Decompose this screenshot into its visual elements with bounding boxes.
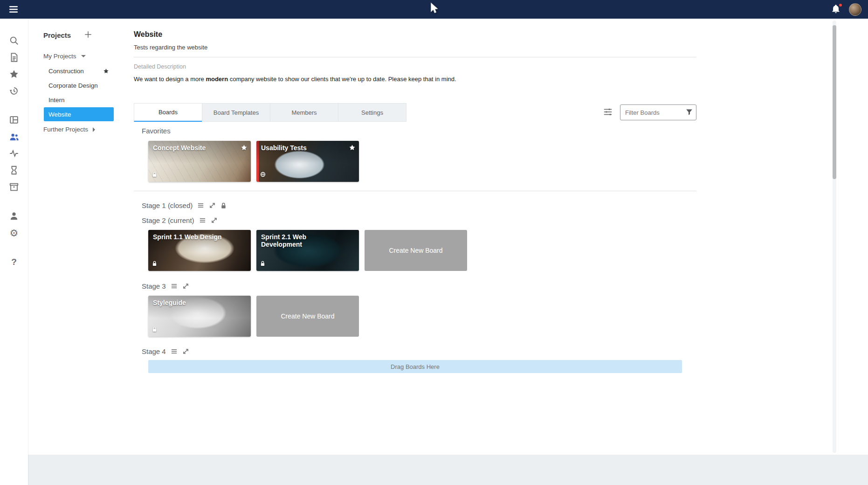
- board-title: Styleguide: [153, 299, 239, 306]
- board-card-usability-tests[interactable]: Usability Tests: [256, 141, 359, 182]
- stage-menu-icon[interactable]: [197, 202, 204, 209]
- section-stage1-heading: Stage 1 (closed): [142, 201, 696, 209]
- board-title: Usability Tests: [261, 144, 347, 152]
- user-avatar[interactable]: [849, 3, 861, 16]
- board-card-sprint-1-1[interactable]: Sprint 1.1 Web Design: [148, 230, 251, 271]
- stage-menu-icon[interactable]: [171, 348, 178, 355]
- projects-panel-header: Projects: [43, 30, 133, 40]
- tab-label: Board Templates: [214, 109, 259, 116]
- stage2-cards-row: Sprint 1.1 Web Design Sprint 2.1 Web Dev…: [148, 230, 696, 271]
- chevron-right-icon: [93, 127, 95, 132]
- create-new-board-label: Create New Board: [281, 312, 334, 320]
- tab-label: Members: [291, 109, 317, 116]
- lock-icon: [260, 260, 265, 268]
- topbar-actions: [830, 0, 861, 19]
- page-subtitle: Tests regarding the website: [134, 44, 696, 51]
- tab-settings[interactable]: Settings: [338, 103, 406, 122]
- board-card-sprint-2-1[interactable]: Sprint 2.1 Web Development: [256, 230, 359, 271]
- create-new-board-button[interactable]: Create New Board: [365, 230, 467, 271]
- favorites-cards-row: Concept Website Usability Tests: [148, 141, 696, 182]
- settings-icon[interactable]: ⚙: [6, 224, 22, 241]
- tab-boards[interactable]: Boards: [134, 103, 202, 122]
- tabs-row: Boards Board Templates Members Settings: [134, 103, 696, 122]
- main-area: Website Tests regarding the website Deta…: [133, 19, 868, 455]
- icon-rail: ⚙ ?: [0, 19, 28, 485]
- description-text-bold: modern: [206, 76, 228, 83]
- gear-glyph: ⚙: [10, 228, 19, 238]
- create-new-board-button[interactable]: Create New Board: [256, 296, 359, 337]
- people-icon[interactable]: [6, 128, 22, 145]
- star-icon[interactable]: [6, 66, 22, 83]
- filter-boards-input[interactable]: [620, 104, 696, 120]
- my-projects-label: My Projects: [43, 53, 76, 60]
- hourglass-icon[interactable]: [6, 162, 22, 179]
- description-text: We want to design a more modern company …: [134, 76, 696, 83]
- board-star-icon[interactable]: [241, 144, 248, 153]
- board-star-icon[interactable]: [349, 144, 356, 153]
- tab-members[interactable]: Members: [270, 103, 338, 122]
- page-title: Website: [134, 30, 696, 39]
- my-projects-toggle[interactable]: My Projects: [43, 53, 133, 60]
- section-stage2-heading: Stage 2 (current): [142, 216, 696, 224]
- project-item-intern[interactable]: Intern: [44, 93, 114, 107]
- notification-badge: [838, 3, 843, 7]
- bell-icon[interactable]: [830, 4, 841, 15]
- board-controls: [602, 104, 696, 120]
- topbar: [0, 0, 868, 19]
- section-title: Stage 3: [142, 282, 166, 290]
- stage-expand-icon[interactable]: [182, 348, 189, 355]
- projects-panel-title: Projects: [43, 31, 71, 39]
- stage-menu-icon[interactable]: [199, 217, 206, 224]
- divider: [134, 57, 696, 57]
- section-title: Favorites: [142, 127, 171, 135]
- activity-icon[interactable]: [6, 145, 22, 162]
- stage-expand-icon[interactable]: [209, 202, 216, 209]
- project-item-label: Intern: [48, 97, 65, 104]
- projects-panel: Projects My Projects Construction Corpor…: [28, 19, 133, 455]
- section-title: Stage 1 (closed): [142, 201, 193, 209]
- cursor-logo: [428, 2, 440, 18]
- stage3-cards-row: Styleguide Create New Board: [148, 296, 696, 337]
- stage-expand-icon[interactable]: [182, 283, 189, 290]
- section-stage4-heading: Stage 4: [142, 347, 696, 355]
- board-icon[interactable]: [6, 111, 22, 128]
- help-icon[interactable]: ?: [6, 253, 22, 270]
- stage-lock-icon[interactable]: [220, 202, 227, 209]
- scrollbar[interactable]: [833, 21, 836, 453]
- scrollbar-thumb[interactable]: [833, 25, 836, 179]
- section-favorites-heading: Favorites: [142, 127, 696, 135]
- project-list: Construction Corporate Design Intern Web…: [43, 64, 133, 121]
- project-item-label: Website: [48, 111, 71, 118]
- description-text-after: company website to show our clients that…: [228, 76, 456, 83]
- document-icon[interactable]: [6, 49, 22, 66]
- description-text-before: We want to design a more: [134, 76, 206, 83]
- project-item-website[interactable]: Website: [44, 107, 114, 121]
- tab-label: Boards: [158, 109, 178, 116]
- divider: [134, 191, 696, 191]
- view-options-icon[interactable]: [602, 107, 613, 118]
- drag-boards-drop-zone[interactable]: Drag Boards Here: [148, 360, 682, 373]
- project-item-corporate-design[interactable]: Corporate Design: [44, 78, 114, 92]
- project-item-label: Corporate Design: [48, 82, 98, 89]
- further-projects-toggle[interactable]: Further Projects: [43, 126, 133, 133]
- lock-icon: [152, 326, 157, 334]
- chevron-down-icon: [81, 55, 86, 57]
- section-title: Stage 4: [142, 347, 166, 355]
- history-icon[interactable]: [6, 83, 22, 99]
- tab-board-templates[interactable]: Board Templates: [202, 103, 270, 122]
- menu-icon[interactable]: [7, 4, 20, 16]
- stage-menu-icon[interactable]: [171, 283, 178, 290]
- board-card-concept-website[interactable]: Concept Website: [148, 141, 251, 182]
- project-item-construction[interactable]: Construction: [44, 64, 114, 78]
- board-card-styleguide[interactable]: Styleguide: [148, 296, 251, 337]
- create-new-board-label: Create New Board: [389, 247, 442, 254]
- stage-expand-icon[interactable]: [211, 217, 218, 224]
- person-icon[interactable]: [6, 208, 22, 224]
- section-stage3-heading: Stage 3: [142, 282, 696, 290]
- search-icon[interactable]: [6, 32, 22, 49]
- add-project-button[interactable]: [83, 30, 93, 40]
- archive-icon[interactable]: [6, 179, 22, 195]
- lock-icon: [152, 171, 157, 179]
- favorite-star-icon: [103, 68, 109, 74]
- lock-icon: [152, 260, 157, 268]
